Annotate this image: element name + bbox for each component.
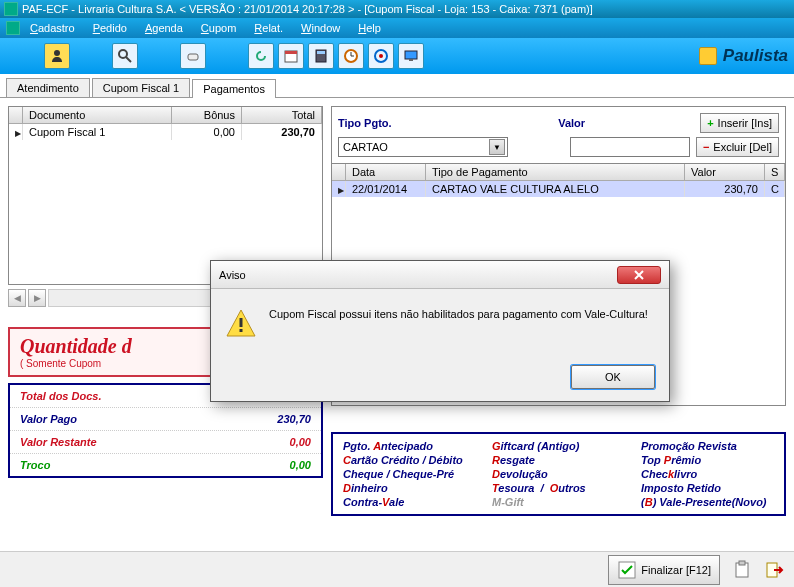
check-icon [617,560,637,580]
menu-relat[interactable]: Relat. [246,20,291,36]
dialog-message: Cupom Fiscal possui itens não habilitado… [269,307,648,322]
opt-contra-vale[interactable]: Contra-Vale [343,496,476,508]
opt-tesoura[interactable]: Tesoura / Outros [492,482,625,494]
col-documento[interactable]: Documento [23,107,172,124]
valor-pago-value: 230,70 [277,413,311,425]
toolbar-screen-icon[interactable] [398,43,424,69]
clipboard-icon[interactable] [732,560,752,580]
menu-help[interactable]: Help [350,20,389,36]
opt-resgate[interactable]: Resgate [492,454,625,466]
svg-rect-20 [240,329,243,332]
close-icon [633,270,645,280]
svg-line-2 [126,57,131,62]
nav-next-icon[interactable]: ▶ [28,289,46,307]
tab-strip: Atendimento Cupom Fiscal 1 Pagamentos [0,74,794,98]
opt-checklivro[interactable]: Checklivro [641,468,774,480]
col-tipo[interactable]: Tipo de Pagamento [426,164,685,181]
total-docs-label: Total dos Docs. [20,390,102,402]
tab-cupom-fiscal-1[interactable]: Cupom Fiscal 1 [92,78,190,97]
payment-options: Pgto. Antecipado Giftcard (Antigo) Promo… [331,432,786,516]
nav-prev-icon[interactable]: ◀ [8,289,26,307]
menu-bar: Cadastro Pedido Agenda Cupom Relat. Wind… [0,18,794,38]
payment-entry-panel: Tipo Pgto. Valor Inserir [Ins] CARTAO ▼ … [331,106,786,164]
menu-window[interactable]: Window [293,20,348,36]
toolbar-calculator-icon[interactable] [308,43,334,69]
toolbar: Paulista [0,38,794,74]
svg-point-1 [119,50,127,58]
app-icon [4,2,18,16]
window-titlebar: PAF-ECF - Livraria Cultura S.A. < VERSÃO… [0,0,794,18]
valor-restante-label: Valor Restante [20,436,97,448]
opt-promocao[interactable]: Promoção Revista [641,440,774,452]
toolbar-eraser-icon[interactable] [180,43,206,69]
col-total[interactable]: Total [242,107,322,124]
tab-pagamentos[interactable]: Pagamentos [192,79,276,98]
opt-top-premio[interactable]: Top Prêmio [641,454,774,466]
svg-rect-19 [240,318,243,327]
toolbar-person-icon[interactable] [44,43,70,69]
valor-restante-value: 0,00 [290,436,311,448]
svg-rect-13 [405,51,417,59]
valor-input[interactable] [570,137,690,157]
toolbar-refresh-icon[interactable] [248,43,274,69]
svg-rect-17 [739,561,745,565]
ok-button[interactable]: OK [571,365,655,389]
opt-mgift: M-Gift [492,496,625,508]
troco-value: 0,00 [290,459,311,471]
col-s[interactable]: S [765,164,785,181]
excluir-button[interactable]: Excluir [Del] [696,137,779,157]
window-title: PAF-ECF - Livraria Cultura S.A. < VERSÃO… [22,0,593,18]
col-valor[interactable]: Valor [685,164,765,181]
warning-icon [225,307,257,339]
svg-point-0 [54,50,60,56]
finalizar-button[interactable]: Finalizar [F12] [608,555,720,585]
lock-icon [699,47,717,65]
opt-giftcard[interactable]: Giftcard (Antigo) [492,440,625,452]
opt-devolucao[interactable]: Devolução [492,468,625,480]
toolbar-calendar-icon[interactable] [278,43,304,69]
svg-rect-3 [188,54,198,60]
opt-vale-presente[interactable]: (B) Vale-Presente(Novo) [641,496,774,508]
col-bonus[interactable]: Bônus [172,107,242,124]
menu-agenda[interactable]: Agenda [137,20,191,36]
toolbar-target-icon[interactable] [368,43,394,69]
svg-point-12 [379,54,383,58]
brand-label: Paulista [723,46,788,66]
opt-cheque[interactable]: Cheque / Cheque-Pré [343,468,476,480]
aviso-dialog: Aviso Cupom Fiscal possui itens não habi… [210,260,670,402]
opt-dinheiro[interactable]: Dinheiro [343,482,476,494]
svg-rect-7 [317,51,325,54]
troco-label: Troco [20,459,50,471]
tab-atendimento[interactable]: Atendimento [6,78,90,97]
dialog-title: Aviso [219,269,246,281]
documents-grid: Documento Bônus Total Cupom Fiscal 1 0,0… [8,106,323,285]
svg-rect-5 [285,51,297,54]
valor-label: Valor [558,117,608,129]
valor-pago-label: Valor Pago [20,413,77,425]
opt-antecipado[interactable]: Pgto. Antecipado [343,440,476,452]
svg-rect-14 [409,59,413,61]
tipo-pgto-label: Tipo Pgto. [338,117,418,129]
col-data[interactable]: Data [346,164,426,181]
opt-imposto[interactable]: Imposto Retido [641,482,774,494]
menu-cupom[interactable]: Cupom [193,20,244,36]
menu-pedido[interactable]: Pedido [85,20,135,36]
opt-cartao[interactable]: Cartão Crédito / Débito [343,454,476,466]
table-row[interactable]: Cupom Fiscal 1 0,00 230,70 [9,124,322,140]
chevron-down-icon[interactable]: ▼ [489,139,505,155]
exit-icon[interactable] [764,560,784,580]
close-button[interactable] [617,266,661,284]
inserir-button[interactable]: Inserir [Ins] [700,113,779,133]
menu-app-icon [6,21,20,35]
tipo-pgto-combo[interactable]: CARTAO ▼ [338,137,508,157]
table-row[interactable]: 22/01/2014 CARTAO VALE CULTURA ALELO 230… [332,181,785,197]
toolbar-search-icon[interactable] [112,43,138,69]
toolbar-clock-icon[interactable] [338,43,364,69]
footer-bar: Finalizar [F12] [0,551,794,587]
menu-cadastro[interactable]: Cadastro [22,20,83,36]
